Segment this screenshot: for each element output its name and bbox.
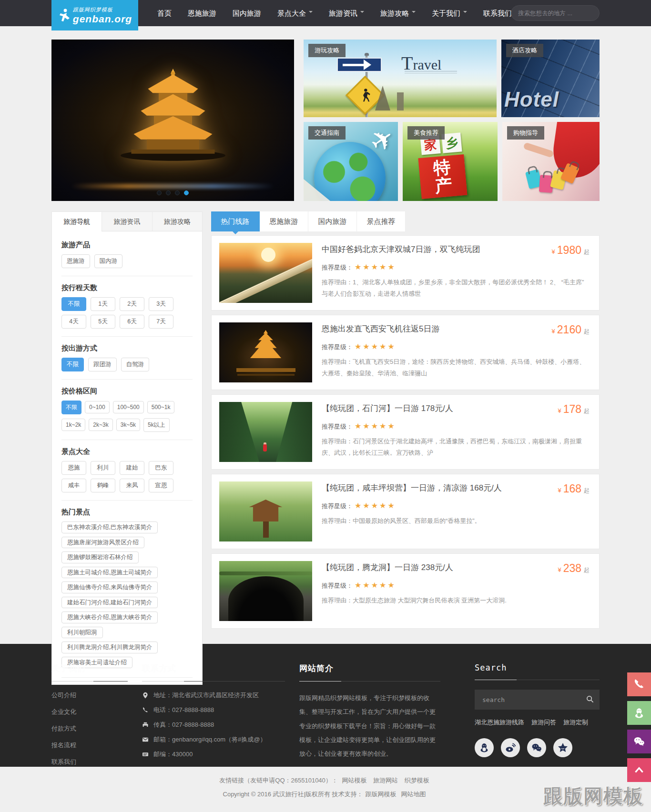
filter-chip[interactable]: 5天 bbox=[91, 315, 115, 329]
nav-item[interactable]: 景点大全 bbox=[269, 0, 321, 26]
slider-dot[interactable] bbox=[184, 190, 189, 195]
social-wechat-button[interactable] bbox=[527, 738, 546, 757]
filter-chip[interactable]: 恩施游 bbox=[61, 254, 90, 268]
filter-chip[interactable]: 100~500 bbox=[113, 401, 144, 413]
tour-card[interactable]: 【纯玩团，咸丰坪坝营】一日游，清凉游 168元/人 ¥168起 推荐星级：★★★… bbox=[211, 474, 600, 549]
filter-chip[interactable]: 2k~3k bbox=[89, 419, 112, 431]
filter-chip[interactable]: 3天 bbox=[149, 297, 173, 311]
hero-slider[interactable] bbox=[51, 40, 294, 201]
slider-dot[interactable] bbox=[175, 190, 180, 195]
sidebar-tab[interactable]: 旅游资讯 bbox=[102, 212, 152, 231]
footer-quick-link[interactable]: 湖北恩施旅游线路 bbox=[475, 719, 524, 726]
sidebar-tab[interactable]: 旅游攻略 bbox=[152, 212, 202, 231]
friend-link[interactable]: 织梦模板 bbox=[403, 777, 429, 784]
filter-chip[interactable]: 巴东 bbox=[149, 461, 173, 475]
filter-chip[interactable]: 宣恩 bbox=[149, 479, 173, 492]
tour-tab[interactable]: 国内旅游 bbox=[308, 211, 357, 231]
filter-chip[interactable]: 恩施 bbox=[61, 461, 86, 475]
hot-spot-link[interactable]: 利川朝阳洞 bbox=[61, 627, 103, 639]
support-link[interactable]: 网站地图 bbox=[401, 791, 426, 798]
nav-item[interactable]: 首页 bbox=[149, 0, 180, 26]
tour-tab[interactable]: 热门线路 bbox=[211, 211, 260, 231]
tour-tab[interactable]: 恩施旅游 bbox=[260, 211, 308, 231]
footer-about-link[interactable]: 付款方式 bbox=[51, 724, 128, 733]
footer-about-link[interactable]: 公司介绍 bbox=[51, 691, 128, 700]
support-link[interactable]: 跟版网模板 bbox=[365, 791, 396, 798]
hot-spot-link[interactable]: 恩施大峡谷介绍,恩施大峡谷简介 bbox=[61, 612, 158, 623]
filter-chip[interactable]: 不限 bbox=[61, 297, 86, 311]
filter-chip[interactable]: 鹤峰 bbox=[91, 479, 115, 492]
filter-chip[interactable]: 1k~2k bbox=[61, 419, 85, 431]
filter-chip[interactable]: 1天 bbox=[91, 297, 115, 311]
filter-chip[interactable]: 7天 bbox=[149, 315, 173, 329]
filter-chip[interactable]: 2天 bbox=[120, 297, 144, 311]
filter-chip[interactable]: 国内游 bbox=[94, 254, 123, 268]
price-suffix: 起 bbox=[584, 249, 590, 255]
tour-title-link[interactable]: 【纯玩团，咸丰坪坝营】一日游，清凉游 168元/人 bbox=[322, 482, 502, 493]
friend-link[interactable]: 旅游网站 bbox=[371, 777, 398, 784]
footer-search-input[interactable] bbox=[475, 696, 580, 703]
tour-title-link[interactable]: 中国好爸妈北京天津双城7日游，双飞纯玩团 bbox=[322, 244, 480, 255]
tour-card[interactable]: 【纯玩团，腾龙洞】一日游 238元/人 ¥238起 推荐星级：★★★★★ 推荐理… bbox=[211, 553, 600, 629]
site-logo[interactable]: 跟版网织梦模板 genban.org bbox=[51, 0, 138, 30]
banner-food-guide[interactable]: 美食推荐 家 乡 特 产 bbox=[403, 122, 498, 201]
tour-card[interactable]: 【纯玩团，石门河】一日游 178元/人 ¥178起 推荐星级：★★★★★ 推荐理… bbox=[211, 394, 600, 470]
nav-item[interactable]: 旅游攻略 bbox=[372, 0, 424, 26]
slider-dot[interactable] bbox=[157, 190, 162, 195]
hot-spot-link[interactable]: 恩施仙佛寺介绍,来凤仙佛寺简介 bbox=[61, 581, 158, 593]
filter-section: 按出游方式不限跟团游自驾游 bbox=[61, 337, 193, 380]
footer-about-link[interactable]: 联系我们 bbox=[51, 758, 128, 766]
filter-chip[interactable]: 来凤 bbox=[120, 479, 144, 492]
banner-hotel-guide[interactable]: 酒店攻略 Hotel bbox=[501, 40, 600, 117]
hot-spot-link[interactable]: 建始石门河介绍,建始石门河简介 bbox=[61, 597, 158, 609]
nav-item[interactable]: 旅游资讯 bbox=[321, 0, 372, 26]
filter-chip[interactable]: 自驾游 bbox=[121, 358, 150, 371]
social-qq-button[interactable] bbox=[475, 738, 494, 757]
filter-chip[interactable]: 跟团游 bbox=[88, 358, 117, 371]
tour-tab[interactable]: 景点推荐 bbox=[357, 211, 406, 231]
filter-chip[interactable]: 6天 bbox=[120, 315, 144, 329]
banner-shopping-guide[interactable]: 购物指导 bbox=[502, 122, 600, 201]
friend-link[interactable]: 网站模板 bbox=[340, 777, 367, 784]
filter-chip[interactable]: 不限 bbox=[61, 401, 81, 414]
footer-quick-link[interactable]: 旅游定制 bbox=[563, 719, 588, 726]
tour-card[interactable]: 中国好爸妈北京天津双城7日游，双飞纯玩团 ¥1980起 推荐星级：★★★★★ 推… bbox=[211, 235, 600, 311]
filter-chip[interactable]: 500~1k bbox=[147, 401, 175, 413]
site-intro-text: 跟版网精品织梦网站模板，专注于织梦模板的收集、整理与开发工作，旨在为广大用户提供… bbox=[299, 691, 440, 761]
nav-item[interactable]: 恩施旅游 bbox=[180, 0, 224, 26]
banner-traffic-guide[interactable]: 交通指南 ✈ bbox=[304, 122, 398, 201]
hot-spot-link[interactable]: 巴东神农溪介绍,巴东神农溪简介 bbox=[61, 521, 158, 533]
float-back-to-top-button[interactable] bbox=[627, 758, 651, 782]
filter-chip[interactable]: 建始 bbox=[120, 461, 144, 475]
tour-card[interactable]: 恩施出发直飞西安飞机往返5日游 ¥2160起 推荐星级：★★★★★ 推荐理由：飞… bbox=[211, 315, 600, 390]
slider-dot[interactable] bbox=[166, 190, 171, 195]
hot-spot-link[interactable]: 恩施唐崖河旅游风景区介绍 bbox=[61, 537, 144, 549]
nav-search-input[interactable] bbox=[517, 10, 596, 17]
tour-title-link[interactable]: 【纯玩团，腾龙洞】一日游 238元/人 bbox=[322, 562, 453, 573]
nav-item[interactable]: 关于我们 bbox=[424, 0, 475, 26]
hot-spot-link[interactable]: 恩施土司城介绍,恩施土司城简介 bbox=[61, 567, 158, 579]
filter-chip[interactable]: 3k~5k bbox=[116, 419, 140, 431]
social-weibo-button[interactable] bbox=[501, 738, 520, 757]
filter-chip[interactable]: 5k以上 bbox=[143, 418, 170, 432]
tour-title-link[interactable]: 【纯玩团，石门河】一日游 178元/人 bbox=[322, 403, 453, 414]
sidebar-tab[interactable]: 旅游导航 bbox=[52, 212, 102, 231]
filter-chip[interactable]: 0~100 bbox=[85, 401, 110, 413]
footer-about-link[interactable]: 企业文化 bbox=[51, 708, 128, 716]
banner-play-guide[interactable]: 游玩攻略 Travel bbox=[304, 40, 497, 117]
footer-about-link[interactable]: 报名流程 bbox=[51, 741, 128, 750]
tour-title-link[interactable]: 恩施出发直飞西安飞机往返5日游 bbox=[322, 323, 439, 334]
float-phone-button[interactable] bbox=[627, 672, 651, 696]
filter-chip[interactable]: 利川 bbox=[91, 461, 115, 475]
filter-chip[interactable]: 不限 bbox=[61, 358, 84, 371]
filter-chip[interactable]: 4天 bbox=[61, 315, 86, 329]
float-wechat-button[interactable] bbox=[627, 730, 651, 753]
hotel-text: Hotel bbox=[504, 88, 559, 111]
filter-chip[interactable]: 咸丰 bbox=[61, 479, 86, 492]
footer-search-button[interactable] bbox=[580, 695, 600, 704]
footer-quick-link[interactable]: 旅游问答 bbox=[531, 719, 556, 726]
hot-spot-link[interactable]: 恩施锣鼓圈岩溶石林介绍 bbox=[61, 551, 139, 563]
nav-item[interactable]: 国内旅游 bbox=[224, 0, 269, 26]
social-qzone-button[interactable] bbox=[553, 738, 572, 757]
float-qq-button[interactable] bbox=[627, 701, 651, 725]
